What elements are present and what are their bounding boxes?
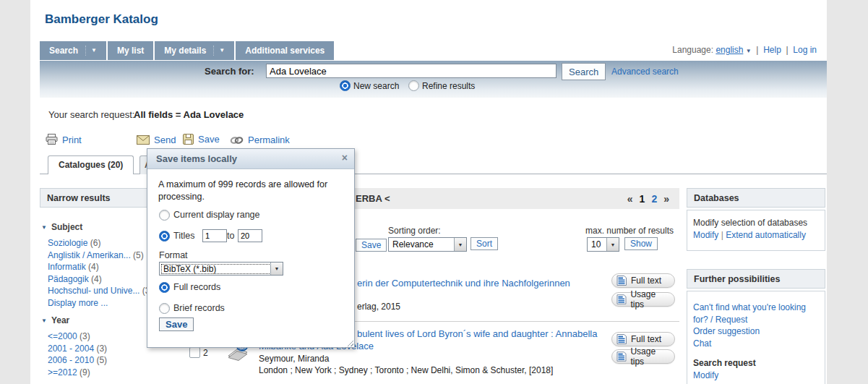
- print-link[interactable]: Print: [62, 135, 82, 145]
- further-possibilities-box: Can't find what you're looking for? / Re…: [687, 291, 825, 384]
- result-2-fulltext-button[interactable]: Full text: [611, 332, 675, 346]
- page-prev-arrow[interactable]: «: [627, 193, 633, 205]
- chevron-down-icon[interactable]: ▼: [91, 41, 97, 60]
- format-value: BibTeX (*.bib): [160, 263, 283, 276]
- titles-to-input[interactable]: [238, 229, 262, 242]
- result-2-author: Seymour, Miranda: [259, 354, 329, 364]
- current-display-range-label: Current display range: [173, 210, 260, 220]
- result-2-checkbox[interactable]: [189, 347, 200, 358]
- brief-records-label: Brief records: [173, 303, 225, 313]
- dialog-titlebar[interactable]: Save items locally ×: [147, 149, 354, 169]
- close-icon[interactable]: ×: [342, 152, 348, 163]
- fulltext-label: Full text: [631, 276, 661, 286]
- send-link[interactable]: Send: [154, 135, 176, 145]
- resize-handle-icon[interactable]: [345, 338, 353, 346]
- titles-radio[interactable]: [159, 231, 170, 242]
- max-results-label: max. number of results: [585, 226, 674, 236]
- dialog-save-button[interactable]: Save: [159, 317, 194, 331]
- chevron-down-icon[interactable]: ▼: [219, 41, 225, 60]
- collapse-triangle-icon[interactable]: ▼: [41, 224, 47, 231]
- page-2-link[interactable]: 2: [651, 193, 657, 205]
- page-next-arrow[interactable]: »: [663, 193, 669, 205]
- result-2-title-link[interactable]: bulent lives of Lord Byron´s wife and da…: [357, 328, 597, 339]
- tab-catalogues[interactable]: Catalogues (20): [48, 155, 134, 174]
- facet-link[interactable]: 2006 - 2010: [48, 355, 94, 365]
- new-search-label: New search: [353, 81, 399, 91]
- results-save-button[interactable]: Save: [356, 239, 387, 252]
- nav-tab-my-details[interactable]: My details ▼: [155, 41, 234, 60]
- search-for-label: Search for:: [205, 66, 254, 77]
- facet-link[interactable]: <=2000: [48, 331, 77, 341]
- print-action[interactable]: Print: [46, 134, 82, 145]
- result-2-number: 2: [203, 348, 208, 358]
- facet-link[interactable]: Pädagogik: [48, 274, 89, 284]
- chat-link[interactable]: Chat: [693, 338, 819, 350]
- facet-link[interactable]: Soziologie: [48, 238, 87, 248]
- search-input[interactable]: [266, 64, 557, 78]
- chevron-down-icon[interactable]: ▼: [746, 48, 752, 54]
- pagination: « 1 2 »: [627, 188, 669, 209]
- databases-header: Databases: [687, 188, 825, 208]
- facet-count: (6): [90, 238, 101, 248]
- request-link[interactable]: Can't find what you're looking for? / Re…: [693, 302, 817, 325]
- chevron-down-icon[interactable]: ▼: [606, 238, 619, 251]
- usagetips-label: Usage tips: [630, 346, 670, 367]
- permalink-action[interactable]: Permalink: [230, 135, 290, 145]
- facet-count: (4): [88, 262, 99, 272]
- facet-link[interactable]: 2001 - 2004: [48, 344, 94, 354]
- search-request-label: Your search request:: [48, 109, 134, 120]
- send-action[interactable]: Send: [137, 135, 176, 145]
- brief-records-radio[interactable]: [159, 303, 170, 314]
- result-1-title-link[interactable]: erin der Computertechnik und ihre Nachfo…: [357, 278, 570, 289]
- order-suggestion-link[interactable]: Order suggestion: [693, 325, 819, 338]
- sort-button[interactable]: Sort: [470, 237, 498, 250]
- advanced-search-link[interactable]: Advanced search: [611, 67, 679, 77]
- separator: |: [721, 230, 723, 240]
- facet-link[interactable]: Informatik: [48, 262, 86, 272]
- save-action[interactable]: Save: [183, 134, 220, 145]
- facet-count: (4): [91, 274, 102, 284]
- language-bar: Language: english ▼ | Help | Log in: [672, 45, 817, 55]
- facet-count: (9): [80, 367, 90, 377]
- show-button[interactable]: Show: [624, 237, 658, 250]
- chevron-down-icon[interactable]: ▼: [270, 263, 283, 275]
- facet-item: 2006 - 2010 (5): [48, 354, 177, 367]
- sorting-order-select[interactable]: Relevance ▼: [388, 237, 467, 252]
- nav-tab-my-list[interactable]: My list: [108, 41, 153, 60]
- search-button[interactable]: Search: [562, 63, 606, 80]
- result-1-fulltext-button[interactable]: Full text: [611, 273, 675, 288]
- nav-tab-search[interactable]: Search ▼: [40, 41, 106, 60]
- nav-tab-additional-services[interactable]: Additional services: [236, 41, 334, 60]
- search-request-modify-link[interactable]: Modify: [693, 370, 819, 382]
- facet-link[interactable]: >=2012: [48, 367, 77, 377]
- new-search-radio[interactable]: [340, 80, 351, 91]
- format-select[interactable]: BibTeX (*.bib) ▼: [159, 262, 283, 276]
- facet-link[interactable]: Hochschul- und Unive...: [48, 286, 139, 296]
- titles-label: Titles: [173, 231, 194, 241]
- login-link[interactable]: Log in: [793, 45, 817, 55]
- language-select[interactable]: english: [716, 45, 743, 55]
- save-link[interactable]: Save: [198, 134, 220, 145]
- language-label: Language:: [672, 45, 713, 55]
- help-link[interactable]: Help: [763, 45, 781, 55]
- refine-results-radio[interactable]: [408, 80, 419, 91]
- full-records-label: Full records: [173, 282, 220, 292]
- results-header-text: ERBA <: [356, 188, 390, 209]
- databases-modify-link[interactable]: Modify: [693, 230, 718, 240]
- facet-link[interactable]: Anglistik / Amerikan...: [48, 250, 131, 260]
- max-results-select[interactable]: 10 ▼: [587, 237, 619, 252]
- databases-extend-link[interactable]: Extend automatically: [726, 230, 806, 240]
- databases-text: Modify selection of databases: [693, 217, 819, 229]
- nav-tab-search-label: Search: [49, 41, 78, 60]
- permalink-link[interactable]: Permalink: [248, 135, 290, 145]
- current-display-range-radio[interactable]: [159, 210, 170, 221]
- full-records-radio[interactable]: [159, 282, 170, 293]
- separator: |: [786, 45, 788, 55]
- result-2-usagetips-button[interactable]: Usage tips: [611, 349, 675, 364]
- collapse-triangle-icon[interactable]: ▼: [41, 317, 47, 324]
- envelope-icon: [137, 135, 150, 145]
- titles-from-input[interactable]: [202, 229, 227, 242]
- display-more-link[interactable]: Display more ...: [48, 298, 108, 308]
- result-1-usagetips-button[interactable]: Usage tips: [611, 292, 675, 307]
- chevron-down-icon[interactable]: ▼: [454, 238, 466, 251]
